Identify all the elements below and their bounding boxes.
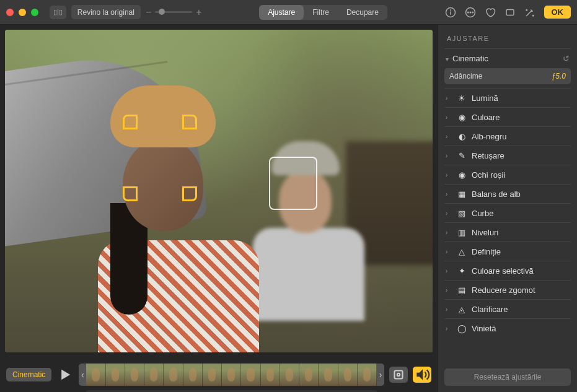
depth-control[interactable]: Adâncime ƒ5.0 — [444, 68, 571, 84]
adjustment-label: Vinietă — [472, 324, 496, 333]
depth-label: Adâncime — [449, 72, 482, 81]
play-button[interactable] — [56, 366, 74, 383]
fullscreen-window-button[interactable] — [31, 9, 38, 16]
timeline-frame[interactable] — [299, 364, 319, 386]
audio-toggle-button[interactable] — [413, 367, 431, 383]
adjustment-noisereduction[interactable]: ›▤Reducere zgomot — [444, 280, 571, 299]
noisereduction-icon: ▤ — [457, 285, 467, 295]
chevron-right-icon: › — [446, 268, 452, 274]
depth-value: ƒ5.0 — [552, 72, 566, 81]
adjustment-label: Definiție — [472, 247, 501, 256]
zoom-control: − + — [146, 7, 202, 18]
zoom-out-icon[interactable]: − — [146, 7, 151, 18]
adjustment-label: Culoare selectivă — [472, 266, 534, 276]
titlebar: ▯|▯ Revino la original − + Ajustare Filt… — [0, 0, 577, 25]
timeline-frame[interactable] — [222, 364, 241, 386]
vignette-icon: ◯ — [457, 323, 467, 333]
chevron-down-icon: ▾ — [446, 56, 449, 63]
canvas-area: Cinematic ‹ — [0, 25, 438, 392]
curves-icon: ▧ — [457, 208, 467, 218]
clip-trim-end-handle[interactable]: › — [377, 364, 384, 386]
adjustment-whitebalance[interactable]: ›▦Balans de alb — [444, 184, 571, 203]
timeline-frame[interactable] — [86, 364, 105, 386]
redeye-icon: ◉ — [457, 170, 467, 180]
minimize-window-button[interactable] — [19, 9, 26, 16]
chevron-right-icon: › — [446, 172, 452, 178]
tab-adjust[interactable]: Ajustare — [259, 5, 304, 20]
svg-point-4 — [467, 12, 469, 13]
close-window-button[interactable] — [6, 9, 14, 16]
revert-to-original-button[interactable]: Revino la original — [71, 5, 141, 19]
svg-point-5 — [470, 12, 471, 13]
adjustment-label: Clarificare — [472, 305, 508, 314]
svg-point-2 — [450, 9, 451, 10]
adjustment-sharpen[interactable]: ›◬Clarificare — [444, 299, 571, 318]
aspect-icon[interactable] — [504, 7, 516, 18]
chevron-right-icon: › — [446, 133, 452, 140]
adjustment-curves[interactable]: ›▧Curbe — [444, 203, 571, 222]
timeline-frame[interactable] — [183, 364, 203, 386]
autoenhance-icon[interactable] — [524, 7, 535, 18]
retouch-icon: ✎ — [457, 150, 467, 160]
svg-point-6 — [472, 12, 473, 13]
sidebar-title: AJUSTARE — [444, 31, 571, 49]
more-icon[interactable] — [465, 7, 476, 18]
info-icon[interactable] — [445, 7, 456, 18]
timeline-frame[interactable] — [241, 364, 260, 386]
adjustment-light[interactable]: ›☀Lumină — [444, 88, 571, 107]
filmstrip[interactable]: ‹ — [79, 364, 384, 386]
light-icon: ☀ — [457, 93, 467, 103]
timeline-frame[interactable] — [203, 364, 222, 386]
timeline-frame[interactable] — [358, 364, 377, 386]
adjustment-label: Ochi roșii — [472, 170, 505, 180]
favorite-icon[interactable] — [485, 7, 496, 18]
adjustment-levels[interactable]: ›▥Niveluri — [444, 222, 571, 242]
edit-mode-tabs: Ajustare Filtre Decupare — [259, 5, 387, 20]
video-canvas[interactable] — [5, 30, 433, 352]
timeline-frame[interactable] — [261, 364, 280, 386]
reset-adjustments-button[interactable]: Resetează ajustările — [444, 368, 571, 386]
focus-lock-button[interactable] — [389, 367, 408, 383]
compare-view-toggle[interactable]: ▯|▯ — [50, 6, 66, 19]
reset-section-icon[interactable]: ↺ — [563, 54, 570, 63]
svg-rect-8 — [395, 371, 403, 379]
zoom-slider[interactable] — [155, 11, 192, 13]
chevron-right-icon: › — [446, 210, 452, 217]
timeline-frame[interactable] — [125, 364, 144, 386]
timeline-frame[interactable] — [144, 364, 164, 386]
done-button[interactable]: OK — [544, 6, 571, 19]
cinematic-section-header[interactable]: ▾Cinematic ↺ — [444, 49, 571, 68]
adjustment-list: ›☀Lumină›◉Culoare›◐Alb-negru›✎Retușare›◉… — [444, 88, 571, 338]
timeline-frame[interactable] — [319, 364, 338, 386]
svg-point-9 — [397, 373, 400, 376]
adjustment-color[interactable]: ›◉Culoare — [444, 107, 571, 126]
chevron-right-icon: › — [446, 325, 452, 332]
tab-crop[interactable]: Decupare — [338, 5, 387, 20]
timeline-frame[interactable] — [164, 364, 183, 386]
tab-filters[interactable]: Filtre — [304, 5, 338, 20]
adjustment-definition[interactable]: ›△Definiție — [444, 242, 571, 261]
adjustment-bw[interactable]: ›◐Alb-negru — [444, 126, 571, 146]
timeline-frame[interactable] — [338, 364, 358, 386]
cinematic-mode-button[interactable]: Cinematic — [6, 368, 51, 381]
chevron-right-icon: › — [446, 248, 452, 255]
clip-trim-start-handle[interactable]: ‹ — [79, 364, 86, 386]
timeline-frame[interactable] — [106, 364, 125, 386]
video-frame-content — [5, 30, 433, 352]
toolbar-actions: OK — [445, 6, 571, 19]
adjustment-redeye[interactable]: ›◉Ochi roșii — [444, 165, 571, 184]
zoom-in-icon[interactable]: + — [196, 7, 201, 18]
timeline-frame[interactable] — [280, 364, 299, 386]
whitebalance-icon: ▦ — [457, 189, 467, 199]
adjustment-selectivecolor[interactable]: ›✦Culoare selectivă — [444, 261, 571, 280]
timeline-area: Cinematic ‹ — [0, 357, 438, 392]
split-view-icon: ▯|▯ — [53, 8, 63, 16]
chevron-right-icon: › — [446, 229, 452, 236]
bw-icon: ◐ — [457, 131, 467, 141]
adjustment-label: Culoare — [472, 113, 500, 122]
window-controls — [6, 9, 38, 16]
definition-icon: △ — [457, 246, 467, 256]
adjustment-retouch[interactable]: ›✎Retușare — [444, 146, 571, 165]
adjustment-label: Niveluri — [472, 228, 498, 237]
adjustment-vignette[interactable]: ›◯Vinietă — [444, 318, 571, 338]
